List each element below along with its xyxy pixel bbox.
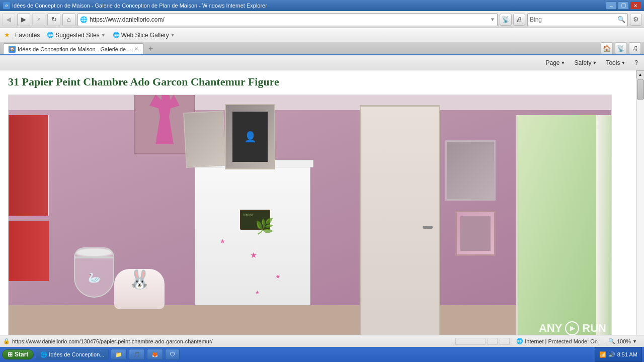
taskbar-firefox-item[interactable]: 🦊 [147, 349, 163, 360]
title-bar-buttons: – ❐ ✕ [606, 2, 641, 10]
minimize-button[interactable]: – [606, 2, 617, 10]
rss-button[interactable]: 📡 [500, 14, 512, 26]
safety-dropdown-icon: ▼ [592, 60, 597, 65]
tab-close-button[interactable]: ✕ [134, 46, 138, 52]
stuffed-animals: 🐰 [114, 269, 165, 309]
nav-right-buttons: 📡 🖨 [500, 14, 525, 26]
cage-top [74, 247, 114, 257]
browser-tab[interactable]: 🏠 Idées de Conception de Maison - Galeri… [3, 43, 144, 54]
address-icon: 🌐 [80, 16, 88, 23]
zoom-label: 100% [617, 338, 631, 344]
cage-body: 🦢 [74, 257, 114, 298]
new-tab-button[interactable]: + [144, 43, 157, 54]
favorites-label: Favorites [15, 32, 40, 39]
tools-menu-button-toolbar[interactable]: Tools ▼ [603, 58, 628, 67]
web-slice-gallery-dropdown-icon: ▼ [171, 33, 175, 38]
address-input[interactable] [90, 16, 488, 23]
tray-sound-icon: 🔊 [608, 351, 615, 358]
ie-icon: e [3, 2, 10, 9]
stop-button[interactable]: ✕ [32, 13, 45, 26]
page-label: Page [545, 59, 559, 66]
system-tray: 📶 🔊 8:51 AM [595, 347, 642, 362]
suggested-sites-label: Suggested Sites [55, 32, 99, 39]
star-deco-2: ★ [275, 273, 281, 280]
forward-button[interactable]: ▶ [17, 13, 30, 26]
taskbar-security-item[interactable]: 🛡 [165, 349, 180, 360]
suggested-sites-dropdown-icon: ▼ [101, 33, 106, 38]
search-button[interactable]: 🔍 [617, 16, 625, 23]
zoom-indicator: 🔍 100% ▼ [604, 338, 641, 344]
tray-network-icon: 📶 [599, 351, 606, 358]
scroll-thumb[interactable] [637, 79, 644, 100]
tools-label: Tools [606, 59, 620, 66]
tab-favicon: 🏠 [9, 46, 16, 53]
navigation-bar: ◀ ▶ ✕ ↻ ⌂ 🌐 ▼ 📡 🖨 🔍 ⚙ [0, 11, 644, 28]
page-heading: 31 Papier Peint Chambre Ado Garcon Chant… [8, 75, 628, 88]
close-button[interactable]: ✕ [630, 2, 641, 10]
refresh-button[interactable]: ↻ [47, 13, 60, 26]
help-button[interactable]: ? [631, 58, 641, 67]
window-title: Idées de Conception de Maison - Galerie … [12, 3, 267, 9]
status-indicators [451, 338, 510, 345]
tools-dropdown-icon: ▼ [621, 60, 625, 65]
taskbar-firefox-icon: 🦊 [151, 351, 158, 358]
watermark-play-icon: ▶ [565, 321, 579, 335]
watermark-any: ANY [539, 322, 562, 335]
safety-menu-button[interactable]: Safety ▼ [571, 58, 600, 67]
watermark-run: RUN [582, 322, 606, 335]
start-button[interactable]: ⊞ Start [2, 349, 34, 359]
scrollbar-vertical[interactable]: ▲ ▼ [636, 70, 644, 350]
favorites-button[interactable]: Favorites [13, 31, 42, 40]
page-content: 31 Papier Peint Chambre Ado Garcon Chant… [0, 70, 636, 350]
zone-label: Internet | Protected Mode: On [525, 338, 598, 344]
door-frame [360, 105, 440, 345]
web-slice-gallery-label: Web Slice Gallery [121, 32, 169, 39]
wall-photo-2 [455, 211, 496, 256]
print-button[interactable]: 🖨 [513, 14, 525, 26]
left-red-item-1 [9, 115, 49, 216]
rss-feed-icon[interactable]: 📡 [615, 42, 627, 54]
room-image: 👤 memo 🌿 ★ ★ ★ ★ [8, 95, 612, 346]
favorites-star-icon: ★ [4, 31, 10, 39]
tab-label: Idées de Conception de Maison - Galerie … [18, 46, 132, 52]
help-label: ? [634, 59, 638, 66]
taskbar-ie-item[interactable]: 🌐 Idées de Conception... [36, 349, 109, 360]
taskbar-media-item[interactable]: 🎵 [129, 349, 145, 360]
address-bar: 🌐 ▼ [77, 13, 498, 26]
star-deco-1: ★ [250, 250, 257, 260]
restore-button[interactable]: ❐ [618, 2, 629, 10]
status-url: https://www.danieliorio.com/130476/papie… [12, 338, 449, 344]
tab-bar: 🏠 Idées de Conception de Maison - Galeri… [0, 42, 644, 55]
left-red-item-2 [9, 221, 49, 281]
taskbar-ie-label: Idées de Conception... [49, 351, 104, 357]
lock-icon: 🔒 [3, 338, 10, 344]
search-input[interactable] [530, 16, 615, 23]
safety-label: Safety [574, 59, 591, 66]
address-dropdown-button[interactable]: ▼ [490, 17, 495, 22]
page-menu-button[interactable]: Page ▼ [542, 58, 568, 67]
zoom-dropdown-icon[interactable]: ▼ [632, 339, 637, 344]
watermark: ANY ▶ RUN [539, 321, 606, 335]
home-page-icon[interactable]: 🏠 [601, 42, 613, 54]
zoom-icon: 🔍 [608, 338, 615, 344]
scroll-up-button[interactable]: ▲ [636, 70, 645, 78]
print-page-icon[interactable]: 🖨 [629, 42, 641, 54]
taskbar-media-icon: 🎵 [133, 351, 140, 358]
empty-status-1 [455, 338, 486, 345]
web-slice-gallery-button[interactable]: 🌐 Web Slice Gallery ▼ [111, 31, 177, 40]
page-dropdown-icon: ▼ [561, 60, 566, 65]
taskbar-explorer-item[interactable]: 📁 [111, 349, 127, 360]
home-button[interactable]: ⌂ [62, 13, 75, 26]
title-bar-left: e Idées de Conception de Maison - Galeri… [3, 2, 267, 9]
suggested-sites-button[interactable]: 🌐 Suggested Sites ▼ [45, 31, 107, 40]
back-button[interactable]: ◀ [2, 13, 15, 26]
photo-frame-1 [183, 111, 226, 168]
taskbar-ie-icon: 🌐 [40, 351, 47, 358]
tools-menu-button[interactable]: ⚙ [630, 14, 642, 26]
bird-cage: 🦢 [74, 247, 114, 308]
start-windows-icon: ⊞ [8, 351, 13, 358]
start-label: Start [15, 351, 28, 358]
room-scene: 👤 memo 🌿 ★ ★ ★ ★ [9, 95, 611, 345]
door-handle [423, 226, 433, 229]
dresser [195, 164, 310, 305]
